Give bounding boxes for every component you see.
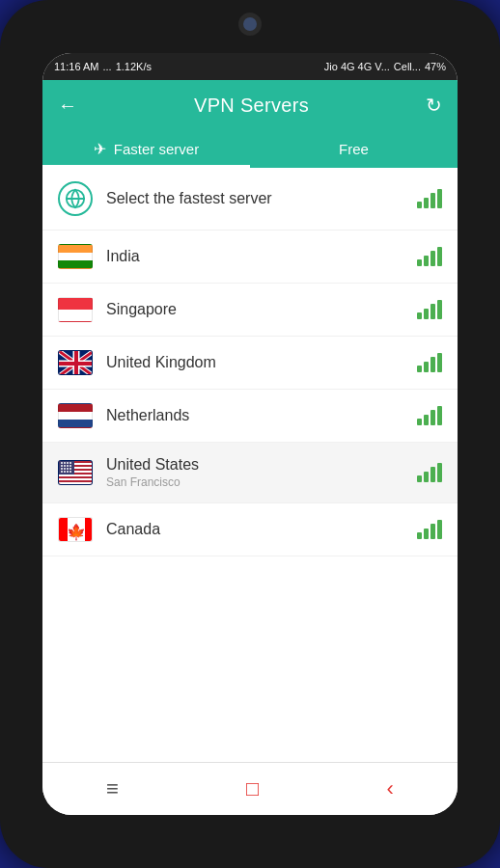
server-item-uk[interactable]: United Kingdom (42, 337, 458, 390)
svg-point-29 (67, 468, 69, 470)
signal-bar-4 (437, 463, 442, 482)
svg-point-30 (69, 468, 71, 470)
server-sub-us: San Francisco (106, 475, 417, 489)
server-info-singapore: Singapore (106, 301, 417, 318)
status-cell: Cell... (394, 61, 421, 72)
globe-flag-icon (58, 181, 93, 216)
signal-bars-india (417, 247, 442, 266)
svg-point-26 (69, 465, 71, 467)
status-bar: 11:16 AM ... 1.12K/s Jio 4G 4G V... Cell… (42, 53, 458, 80)
server-name-netherlands: Netherlands (106, 407, 417, 424)
signal-bar-3 (431, 410, 435, 425)
back-nav-button[interactable]: ‹ (368, 773, 413, 805)
netherlands-flag-icon (58, 403, 93, 428)
signal-bar-4 (437, 353, 442, 372)
signal-bar-4 (437, 247, 442, 266)
signal-bar-2 (424, 415, 429, 425)
signal-bars-netherlands (417, 406, 442, 425)
signal-bars-canada (417, 520, 442, 539)
svg-point-22 (69, 462, 71, 464)
signal-bars-singapore (417, 300, 442, 319)
svg-text:🍁: 🍁 (67, 523, 86, 541)
tabs-bar: ✈ Faster server Free (42, 130, 458, 168)
server-name-singapore: Singapore (106, 301, 417, 318)
signal-bar-3 (431, 357, 435, 372)
server-info-netherlands: Netherlands (106, 407, 417, 424)
signal-bar-3 (431, 467, 435, 482)
server-item-india[interactable]: India (42, 231, 458, 284)
server-info-us: United States San Francisco (106, 456, 417, 489)
status-battery: 47% (425, 61, 446, 72)
status-time: 11:16 AM (54, 61, 98, 72)
faster-server-icon: ✈ (94, 140, 106, 158)
us-flag-icon (58, 460, 93, 485)
refresh-button[interactable]: ↻ (422, 90, 446, 121)
svg-point-20 (64, 462, 66, 464)
signal-bar-2 (424, 256, 429, 266)
tab-free-label: Free (339, 141, 369, 157)
svg-point-33 (67, 471, 69, 473)
menu-button[interactable]: ≡ (87, 773, 138, 805)
tab-faster-label: Faster server (114, 141, 199, 157)
svg-rect-15 (59, 475, 93, 476)
svg-point-25 (67, 465, 69, 467)
server-info-india: India (106, 248, 417, 265)
svg-point-19 (61, 462, 63, 464)
signal-bar-2 (424, 198, 429, 208)
svg-point-28 (64, 468, 66, 470)
svg-point-24 (64, 465, 66, 467)
server-info-fastest: Select the fastest server (106, 190, 417, 207)
signal-bar-3 (431, 193, 435, 208)
signal-bar-2 (424, 362, 429, 372)
signal-bar-4 (437, 300, 442, 319)
signal-bar-4 (437, 406, 442, 425)
server-name-uk: United Kingdom (106, 354, 417, 371)
server-item-singapore[interactable]: Singapore (42, 284, 458, 337)
signal-bar-2 (424, 309, 429, 319)
server-item-fastest[interactable]: Select the fastest server (42, 168, 458, 231)
server-item-canada[interactable]: 🍁 Canada (42, 503, 458, 556)
india-flag-icon (58, 244, 93, 269)
status-speed: 1.12K/s (116, 61, 152, 72)
phone-screen: 11:16 AM ... 1.12K/s Jio 4G 4G V... Cell… (42, 53, 458, 815)
signal-bars-uk (417, 353, 442, 372)
signal-bar-2 (424, 529, 429, 539)
server-info-uk: United Kingdom (106, 354, 417, 371)
svg-rect-17 (59, 482, 93, 484)
signal-bars-us (417, 463, 442, 482)
server-item-us[interactable]: United States San Francisco (42, 443, 458, 503)
uk-flag-icon (58, 350, 93, 375)
server-name-us: United States (106, 456, 417, 474)
svg-rect-37 (85, 518, 93, 542)
signal-bar-1 (417, 202, 422, 208)
app-header: ← VPN Servers ↻ (42, 80, 458, 130)
svg-point-21 (67, 462, 69, 464)
server-info-canada: Canada (106, 521, 417, 538)
singapore-flag-icon (58, 297, 93, 322)
status-dots: ... (102, 61, 111, 72)
svg-rect-16 (59, 478, 93, 480)
tab-free[interactable]: Free (250, 130, 458, 168)
server-name-india: India (106, 248, 417, 265)
signal-bar-3 (431, 524, 435, 539)
signal-bar-2 (424, 472, 429, 482)
server-item-netherlands[interactable]: Netherlands (42, 390, 458, 443)
signal-bar-1 (417, 259, 422, 266)
signal-bar-1 (417, 312, 422, 319)
status-right: Jio 4G 4G V... Cell... 47% (324, 61, 446, 72)
tab-faster[interactable]: ✈ Faster server (42, 130, 250, 168)
canada-flag-icon: 🍁 (58, 517, 93, 542)
back-button[interactable]: ← (54, 91, 81, 121)
signal-bar-1 (417, 419, 422, 425)
signal-bar-4 (437, 520, 442, 539)
svg-point-27 (61, 468, 63, 470)
svg-point-31 (61, 471, 63, 473)
bottom-nav: ≡ □ ‹ (42, 762, 458, 815)
status-carrier: Jio 4G 4G V... (324, 61, 390, 72)
home-button[interactable]: □ (227, 773, 278, 805)
signal-bar-3 (431, 251, 435, 266)
page-title: VPN Servers (194, 95, 309, 117)
svg-point-34 (69, 471, 71, 473)
status-left: 11:16 AM ... 1.12K/s (54, 61, 152, 72)
signal-bar-1 (417, 475, 422, 482)
